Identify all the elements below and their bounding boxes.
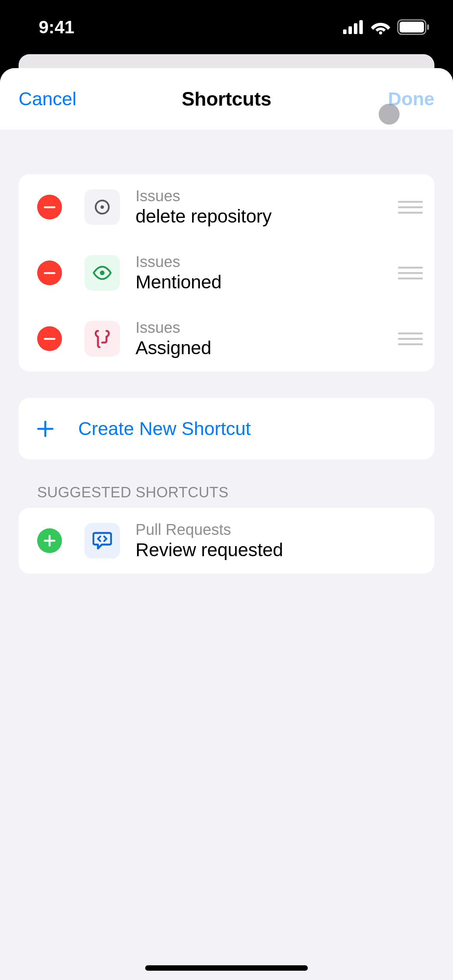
svg-point-4 (379, 31, 382, 34)
status-right (343, 19, 430, 35)
svg-rect-15 (37, 428, 53, 430)
remove-button[interactable] (37, 195, 62, 219)
shortcuts-list: Issues delete repository Issues M (19, 174, 434, 372)
add-button[interactable] (37, 528, 62, 553)
modal-sheet: Cancel Shortcuts Done Issues delete repo… (0, 68, 453, 980)
svg-rect-13 (44, 338, 55, 340)
svg-rect-8 (44, 206, 55, 208)
eye-icon (93, 266, 112, 280)
suggested-row[interactable]: Pull Requests Review requested (19, 508, 434, 574)
drag-handle[interactable] (398, 332, 423, 345)
status-time: 9:41 (39, 17, 74, 38)
plus-icon (44, 535, 55, 547)
svg-rect-2 (354, 23, 357, 34)
shortcut-title: Mentioned (136, 271, 389, 293)
cellular-icon (343, 20, 364, 34)
svg-rect-0 (343, 29, 347, 34)
code-review-icon (93, 531, 112, 550)
svg-rect-1 (348, 26, 352, 34)
shortcut-row[interactable]: Issues Mentioned (19, 240, 434, 306)
svg-rect-7 (427, 24, 429, 30)
suggested-list: Pull Requests Review requested (19, 508, 434, 574)
home-indicator[interactable] (145, 965, 308, 971)
create-shortcut-button[interactable]: Create New Shortcut (19, 398, 434, 459)
tools-icon (94, 329, 111, 348)
drag-handle[interactable] (398, 267, 423, 279)
minus-icon (44, 206, 55, 208)
minus-icon (44, 338, 55, 340)
shortcut-title: delete repository (136, 206, 389, 227)
shortcut-icon (84, 321, 120, 356)
touch-indicator (379, 104, 400, 125)
shortcut-category: Pull Requests (136, 521, 423, 538)
svg-rect-6 (400, 22, 424, 33)
nav-title: Shortcuts (182, 88, 271, 110)
cancel-button[interactable]: Cancel (19, 88, 76, 110)
svg-rect-11 (44, 272, 55, 274)
battery-icon (397, 19, 430, 35)
circle-dot-icon (93, 198, 112, 216)
shortcut-title: Assigned (136, 337, 389, 358)
shortcut-icon (84, 189, 120, 225)
shortcut-category: Issues (136, 253, 389, 271)
shortcut-category: Issues (136, 187, 389, 205)
suggested-header: SUGGESTED SHORTCUTS (19, 484, 434, 508)
shortcut-icon (84, 255, 120, 291)
svg-rect-3 (359, 20, 363, 34)
status-bar: 9:41 (0, 0, 453, 54)
shortcut-category: Issues (136, 319, 389, 336)
shortcut-icon (84, 523, 120, 559)
create-shortcut-group: Create New Shortcut (19, 398, 434, 459)
svg-rect-17 (44, 540, 55, 542)
remove-button[interactable] (37, 260, 62, 285)
svg-point-10 (101, 206, 104, 209)
minus-icon (44, 272, 55, 274)
plus-icon (37, 421, 53, 437)
wifi-icon (371, 20, 390, 34)
remove-button[interactable] (37, 326, 62, 351)
shortcut-row[interactable]: Issues Assigned (19, 306, 434, 372)
svg-point-12 (100, 271, 105, 275)
shortcut-title: Review requested (136, 539, 423, 560)
shortcut-row[interactable]: Issues delete repository (19, 174, 434, 240)
drag-handle[interactable] (398, 201, 423, 214)
create-shortcut-label: Create New Shortcut (78, 418, 251, 439)
